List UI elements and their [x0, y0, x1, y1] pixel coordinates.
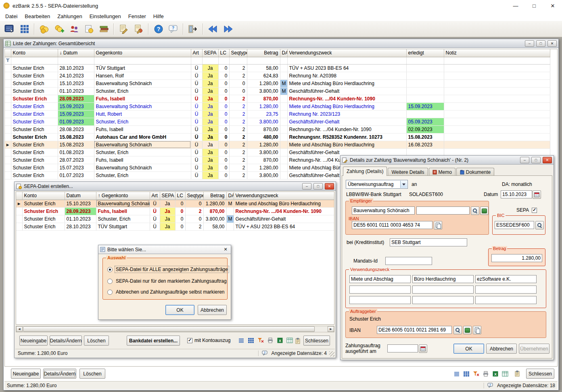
filter-icon[interactable] — [6, 58, 10, 62]
cell-notiz[interactable] — [444, 64, 550, 72]
ok-button[interactable]: OK — [165, 305, 194, 315]
cell-betrag[interactable]: 1.280,00 — [247, 79, 280, 87]
cell-sepa[interactable]: Ja — [202, 125, 218, 133]
cell-erl[interactable]: 05.09.2023 — [406, 118, 444, 125]
cell-notiz[interactable] — [444, 110, 550, 118]
table-row[interactable]: Schuster Erich24.10.2023Hansen, RolfÜJa0… — [5, 72, 550, 79]
cell-lc[interactable]: 0 — [218, 64, 229, 72]
betrag-input[interactable]: 1.280,00 — [491, 254, 542, 262]
zweck-input-8[interactable] — [412, 296, 474, 304]
cell-seq[interactable]: 2 — [229, 164, 247, 171]
cell-konto[interactable]: Schuster Erich — [11, 125, 58, 133]
cell-datum[interactable]: 28.09.2023 — [65, 207, 96, 215]
cell-art[interactable]: Ü — [191, 148, 202, 156]
cell-notiz[interactable] — [444, 95, 550, 102]
cell-erl[interactable]: 16.08.2023 — [406, 141, 444, 148]
cell-datum[interactable]: 28.07.2023 — [58, 156, 94, 164]
tab-weitere-details[interactable]: Weitere Details — [388, 168, 428, 176]
cell-zweck[interactable]: Miete und Abschlag Büro Herdlauchring — [234, 200, 334, 207]
cell-sepa[interactable]: Ja — [202, 95, 218, 102]
cell-lc[interactable]: 0 — [175, 223, 185, 230]
calendar-icon[interactable] — [419, 344, 427, 353]
cell-zweck[interactable]: Rechnungs-Nr. .../04 Kunden-Nr. 1090 — [287, 125, 406, 133]
cell-art[interactable]: Ü — [150, 223, 160, 230]
cell-lc[interactable]: 0 — [218, 156, 229, 164]
cell-konto[interactable]: Schuster Erich — [11, 141, 58, 148]
cell-konto[interactable]: Schuster Erich — [22, 215, 65, 223]
filter-cell[interactable] — [191, 57, 202, 64]
minimize-icon[interactable]: — — [506, 0, 525, 11]
cell-gegen[interactable]: Schuster, Erich — [94, 87, 191, 95]
cell-datum[interactable]: 15.10.2023 — [65, 200, 96, 207]
cell-betrag[interactable]: 480,00 — [247, 133, 280, 141]
cell-zweck[interactable]: Geschäftsführer-Gehalt — [287, 118, 406, 125]
cell-betrag[interactable]: 870,00 — [203, 207, 226, 215]
filter-cell[interactable] — [11, 57, 58, 64]
cell-datum[interactable]: 15.10.2023 — [58, 79, 94, 87]
table-row[interactable]: Schuster Erich15.08.2023Autohaus Car and… — [5, 133, 550, 141]
details-aendern-button[interactable]: Details/Ändern — [43, 369, 76, 379]
cell-konto[interactable]: Schuster Erich — [11, 164, 58, 171]
close-icon[interactable] — [543, 157, 552, 163]
radio-icon[interactable] — [107, 279, 113, 284]
column-header[interactable]: LC — [218, 49, 229, 57]
column-header[interactable]: Notiz — [444, 49, 550, 57]
cell-konto[interactable]: Schuster Erich — [11, 87, 58, 95]
cell-lc[interactable]: 0 — [218, 72, 229, 79]
cell-sepa[interactable]: Ja — [202, 156, 218, 164]
cell-da[interactable] — [280, 102, 287, 110]
cell-zweck[interactable]: TÜV + ASU 2023 BB-ES 64 — [287, 64, 406, 72]
cell-art[interactable]: Ü — [191, 64, 202, 72]
column-header[interactable]: Art — [150, 192, 160, 200]
menu-datei[interactable]: Datei — [2, 12, 21, 21]
resize-grip[interactable] — [329, 351, 334, 357]
details-aendern-button[interactable]: Details/Ändern — [50, 336, 82, 346]
cell-lc[interactable]: 0 — [175, 207, 185, 215]
neueingabe-button[interactable]: Neueingabe — [19, 336, 48, 346]
cell-seq[interactable]: 2 — [229, 64, 247, 72]
cell-lc[interactable]: 0 — [218, 164, 229, 171]
dialog-titlebar[interactable]: Bitte wählen Sie... ✕ — [98, 245, 231, 254]
cell-datum[interactable]: 24.10.2023 — [58, 72, 94, 79]
cell-zweck[interactable]: Miete und Abschlag Büro Herdlauchring — [287, 141, 406, 148]
zweck-input-3[interactable]: ezSoftware e.K. — [475, 275, 537, 283]
cell-art[interactable]: Ü — [191, 141, 202, 148]
column-header[interactable]: Datum — [65, 192, 96, 200]
close-icon[interactable]: ✕ — [222, 247, 229, 252]
menu-zahlungen[interactable]: Zahlungen — [54, 12, 86, 21]
cell-konto[interactable]: Schuster Erich — [11, 72, 58, 79]
radio-icon[interactable] — [107, 267, 113, 272]
schliessen-button[interactable]: Schliessen — [303, 336, 330, 346]
cell-konto[interactable]: Schuster Erich — [11, 171, 58, 179]
cell-da[interactable] — [280, 95, 287, 102]
cell-lc[interactable]: 0 — [218, 125, 229, 133]
menu-hilfe[interactable]: Hilfe — [150, 12, 167, 21]
filter-cell[interactable] — [229, 57, 247, 64]
cell-sepa[interactable]: Ja — [202, 141, 218, 148]
list-window-titlebar[interactable]: Liste der Zahlungen: Gesamtübersicht — [4, 39, 558, 48]
cell-konto[interactable]: Schuster Erich — [11, 102, 58, 110]
cell-konto[interactable]: Schuster Erich — [11, 79, 58, 87]
next-record-icon[interactable] — [220, 23, 235, 35]
filter-cell[interactable] — [202, 57, 218, 64]
cell-konto[interactable]: Schuster Erich — [11, 64, 58, 72]
uebernehmen-button[interactable]: Übernehmen — [519, 344, 549, 354]
cell-sepa[interactable]: Ja — [202, 164, 218, 171]
bic-input[interactable]: ESSEDE5F600 — [495, 221, 534, 229]
filter-cell[interactable] — [218, 57, 229, 64]
cell-betrag[interactable]: 870,00 — [247, 95, 280, 102]
cell-da[interactable] — [280, 164, 287, 171]
view-list-icon[interactable] — [237, 337, 245, 344]
cell-sepa[interactable]: Ja — [202, 118, 218, 125]
cell-erl[interactable] — [406, 64, 444, 72]
column-header[interactable]: Betrag — [203, 192, 226, 200]
cell-seq[interactable]: 2 — [229, 118, 247, 125]
cell-erl[interactable] — [406, 79, 444, 87]
filter-cell[interactable] — [94, 57, 191, 64]
menu-fenster[interactable]: Fenster — [125, 12, 150, 21]
kontoauszug-checkbox[interactable] — [187, 338, 192, 343]
minimize-icon[interactable] — [302, 183, 311, 190]
cell-seq[interactable]: 0 — [229, 87, 247, 95]
view-list-icon[interactable] — [453, 370, 461, 377]
export-excel-icon[interactable]: X — [491, 370, 499, 377]
